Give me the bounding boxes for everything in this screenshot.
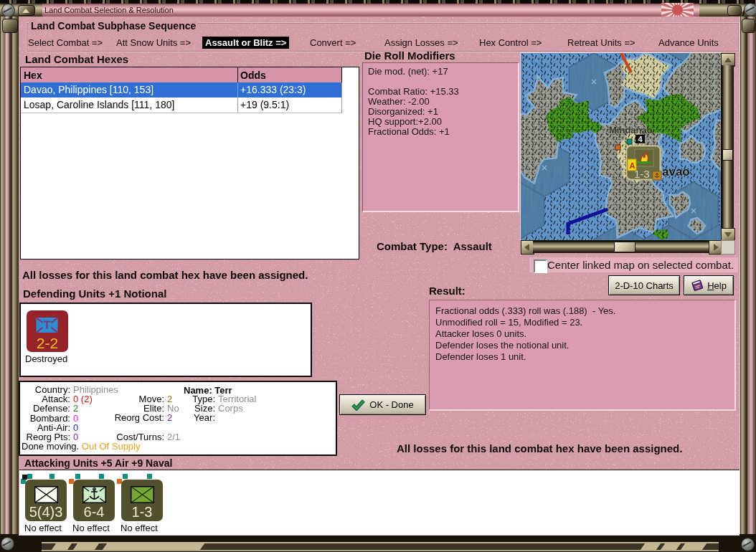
svg-text:4: 4 bbox=[638, 135, 643, 143]
svg-text:1-3: 1-3 bbox=[634, 168, 650, 180]
svg-text:Mindanao: Mindanao bbox=[609, 125, 653, 135]
svg-text:avao: avao bbox=[662, 165, 690, 179]
